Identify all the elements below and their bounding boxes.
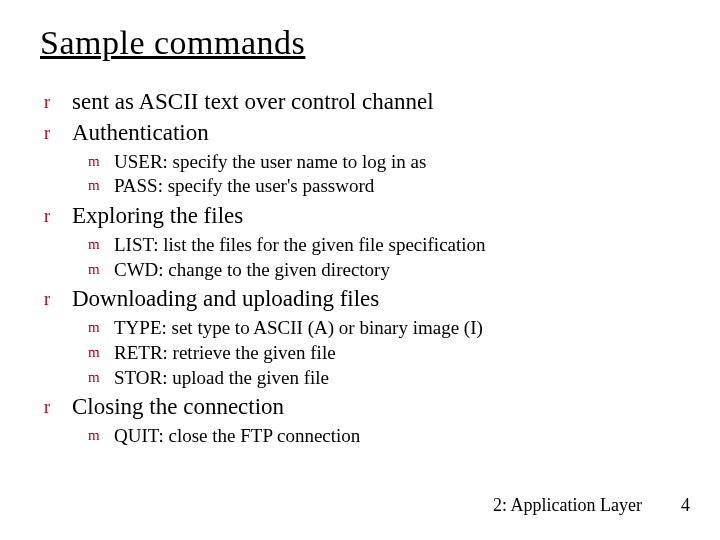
bullet-text: sent as ASCII text over control channel [72,88,680,117]
bullet-marker: r [44,393,72,419]
sub-bullet-text: TYPE: set type to ASCII (A) or binary im… [114,316,680,340]
bullet-item: r Exploring the files [44,202,680,231]
sub-bullet-list: m QUIT: close the FTP connection [88,424,680,448]
sub-bullet-list: m LIST: list the files for the given fil… [88,233,680,282]
sub-bullet-item: m USER: specify the user name to log in … [88,150,680,174]
sub-bullet-marker: m [88,366,114,387]
bullet-item: r sent as ASCII text over control channe… [44,88,680,117]
bullet-item: r Closing the connection [44,393,680,422]
sub-bullet-marker: m [88,174,114,195]
sub-bullet-item: m STOR: upload the given file [88,366,680,390]
bullet-marker: r [44,202,72,228]
sub-bullet-marker: m [88,258,114,279]
sub-bullet-item: m CWD: change to the given directory [88,258,680,282]
slide-title: Sample commands [40,24,680,62]
bullet-text: Exploring the files [72,202,680,231]
bullet-list: r sent as ASCII text over control channe… [44,88,680,448]
sub-bullet-list: m TYPE: set type to ASCII (A) or binary … [88,316,680,389]
sub-bullet-text: LIST: list the files for the given file … [114,233,680,257]
sub-bullet-marker: m [88,150,114,171]
sub-bullet-text: RETR: retrieve the given file [114,341,680,365]
sub-bullet-item: m RETR: retrieve the given file [88,341,680,365]
bullet-marker: r [44,88,72,114]
slide: Sample commands r sent as ASCII text ove… [0,0,720,540]
sub-bullet-text: PASS: specify the user's password [114,174,680,198]
bullet-item: r Downloading and uploading files [44,285,680,314]
footer-page-number: 4 [681,495,690,516]
bullet-marker: r [44,119,72,145]
bullet-marker: r [44,285,72,311]
sub-bullet-marker: m [88,341,114,362]
bullet-text: Downloading and uploading files [72,285,680,314]
sub-bullet-item: m QUIT: close the FTP connection [88,424,680,448]
sub-bullet-list: m USER: specify the user name to log in … [88,150,680,199]
footer-chapter: 2: Application Layer [493,495,642,516]
bullet-text: Closing the connection [72,393,680,422]
sub-bullet-text: STOR: upload the given file [114,366,680,390]
sub-bullet-item: m LIST: list the files for the given fil… [88,233,680,257]
sub-bullet-marker: m [88,316,114,337]
bullet-item: r Authentication [44,119,680,148]
sub-bullet-marker: m [88,233,114,254]
bullet-text: Authentication [72,119,680,148]
sub-bullet-text: USER: specify the user name to log in as [114,150,680,174]
sub-bullet-marker: m [88,424,114,445]
sub-bullet-item: m TYPE: set type to ASCII (A) or binary … [88,316,680,340]
sub-bullet-text: CWD: change to the given directory [114,258,680,282]
sub-bullet-text: QUIT: close the FTP connection [114,424,680,448]
sub-bullet-item: m PASS: specify the user's password [88,174,680,198]
